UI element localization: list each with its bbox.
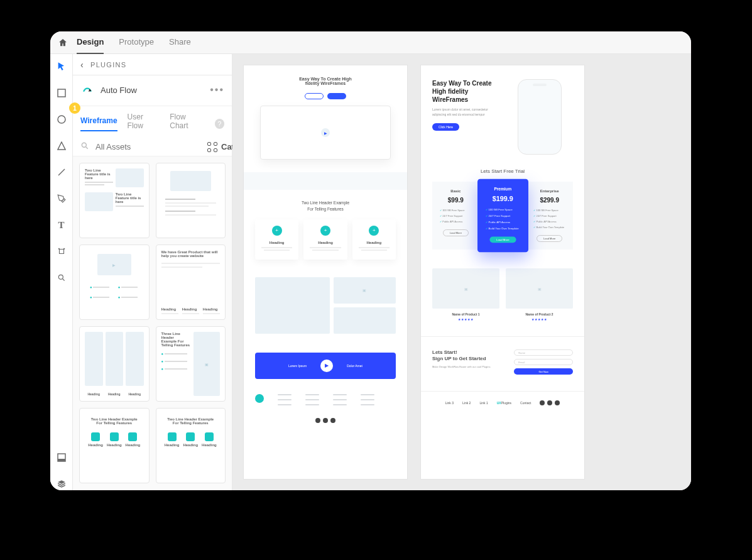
home-icon[interactable] [55, 35, 70, 50]
plugin-more-icon[interactable]: ••• [210, 84, 224, 96]
signup-button[interactable]: Get Now [514, 368, 573, 375]
svg-rect-0 [58, 89, 65, 97]
image-placeholder: ▣ [432, 268, 499, 309]
asset-card[interactable]: Two Line Feature title is here Two Line … [79, 163, 150, 238]
pricing-table: Basic $99.9 100 GB Free Space 24/7 Free … [421, 182, 584, 262]
tool-polygon[interactable] [55, 140, 68, 152]
feature-card[interactable]: +Heading [255, 219, 298, 260]
help-icon[interactable]: ? [215, 119, 224, 129]
phone-mockup [518, 79, 562, 155]
tab-design[interactable]: Design [77, 31, 104, 54]
signup-section: Lets Start!Sign UP to Get Started Make D… [421, 336, 584, 391]
tool-zoom[interactable] [55, 272, 68, 284]
svg-rect-7 [58, 459, 65, 461]
plugin-subtabs: Wireframe User Flow Flow Chart ? [73, 106, 232, 135]
subtab-user-flow[interactable]: User Flow [128, 113, 160, 135]
hero-subtitle: Lorem ipsum dolor sit amet, consectetur … [432, 107, 499, 117]
app-topbar: Design Prototype Share [50, 31, 691, 54]
svg-line-3 [58, 169, 65, 175]
pill-button-filled[interactable] [327, 93, 346, 99]
tab-prototype[interactable]: Prototype [119, 31, 154, 54]
product-card[interactable]: ▣ Name of Product 2 ★★★★★ [506, 268, 573, 321]
plan-button[interactable]: Load More [537, 235, 562, 242]
subtab-wireframe[interactable]: Wireframe [80, 116, 117, 131]
tool-text[interactable]: T [55, 219, 68, 231]
social-icons [244, 418, 407, 433]
image-placeholder[interactable]: ▣ [334, 277, 396, 304]
tab-share[interactable]: Share [169, 31, 191, 54]
tool-line[interactable] [55, 166, 68, 178]
hero-cta-button[interactable]: Click Here [432, 123, 459, 131]
image-placeholder[interactable] [334, 307, 396, 334]
tool-assets[interactable] [55, 451, 68, 464]
asset-grid: Two Line Feature title is here Two Line … [73, 156, 232, 490]
asset-search-row: Categories [73, 135, 232, 156]
pricing-card-basic[interactable]: Basic $99.9 100 GB Free Space 24/7 Free … [432, 182, 479, 250]
plus-icon: + [320, 226, 330, 236]
asset-card[interactable] [156, 163, 226, 238]
plugin-logo-icon [80, 83, 94, 97]
design-canvas[interactable]: Easy Way To Create High fidelity WireFra… [232, 54, 691, 490]
svg-marker-2 [58, 142, 65, 150]
tool-rectangle[interactable] [55, 87, 68, 99]
subtab-flow-chart[interactable]: Flow Chart [170, 113, 204, 135]
asset-search-input[interactable] [95, 142, 201, 151]
asset-card[interactable]: Heading Heading Heading [79, 326, 150, 402]
tool-select[interactable] [55, 60, 68, 73]
svg-point-8 [82, 143, 86, 147]
footer-link[interactable]: Link 3 [445, 401, 454, 405]
feature-card[interactable]: +Heading [352, 219, 396, 260]
brand-icon [255, 394, 264, 403]
plugin-panel: ‹ PLUGINS Auto Flow ••• 1 Wireframe User… [73, 54, 232, 490]
tool-layers[interactable] [55, 478, 68, 490]
asset-card[interactable]: We have Great Product that will help you… [156, 244, 226, 320]
footer-link[interactable]: Link 2 [462, 401, 471, 405]
artboard-1[interactable]: Easy Way To Create High fidelity WireFra… [244, 65, 407, 479]
asset-card[interactable]: ▶ ● ● ● ● [79, 244, 150, 320]
video-placeholder[interactable]: ▶ [260, 106, 391, 160]
asset-title: Two Line Feature title is here [116, 192, 141, 204]
svg-line-9 [86, 147, 88, 149]
plan-button[interactable]: Load More [489, 236, 516, 243]
feature-card[interactable]: +Heading [303, 219, 347, 260]
product-card[interactable]: ▣ Name of Product 1 ★★★★★ [432, 268, 499, 321]
asset-card[interactable]: Two Line Header Example For Telling Feat… [156, 408, 226, 483]
tool-pen[interactable] [55, 192, 68, 205]
asset-card[interactable]: Two Line Header Example For Telling Feat… [79, 408, 150, 483]
star-rating: ★★★★★ [506, 317, 573, 321]
asset-title: Two Line Header Example For Telling Feat… [89, 417, 140, 425]
tool-ellipse[interactable] [55, 113, 68, 126]
artboard-2[interactable]: Easy Way To Create High fidelity WireFra… [421, 65, 584, 479]
hero-title: Easy Way To Create High fidelity WireFra… [244, 77, 407, 85]
section-title: Two Line Header Example For Telling Feat… [244, 190, 407, 219]
asset-title: Three Line Header Example For Telling Fe… [161, 332, 190, 347]
name-field[interactable]: Name [514, 349, 573, 356]
plugin-name: Auto Flow [101, 85, 204, 95]
plan-button[interactable]: Load More [443, 229, 469, 236]
image-placeholder[interactable] [255, 277, 330, 334]
image-gallery: ▣ [244, 271, 407, 346]
email-field[interactable]: Email [514, 359, 573, 365]
svg-point-1 [58, 116, 65, 123]
image-placeholder: ▣ [506, 268, 573, 309]
play-icon: ▶ [320, 360, 333, 372]
star-rating: ★★★★★ [432, 317, 499, 321]
footer-link[interactable]: Link 1 [479, 401, 488, 405]
pill-button-outline[interactable] [305, 93, 324, 99]
footer-link[interactable]: Contact [520, 401, 531, 405]
asset-card[interactable]: Three Line Header Example For Telling Fe… [156, 326, 226, 402]
pricing-card-enterprise[interactable]: Enterprise $299.9 100 GB Free Space 24/7… [526, 182, 573, 250]
brand-logo: UXPlugins [497, 401, 511, 405]
play-icon: ▶ [321, 128, 330, 137]
plus-icon: + [369, 226, 379, 236]
pricing-card-premium[interactable]: Premium $199.9 100 GB Free Space 24/7 Fr… [477, 179, 528, 253]
panel-back[interactable]: ‹ PLUGINS [73, 54, 232, 75]
product-row: ▣ Name of Product 1 ★★★★★ ▣ Name of Prod… [421, 262, 584, 336]
tool-artboard[interactable] [55, 245, 68, 258]
plus-icon: + [272, 226, 282, 236]
search-icon [80, 141, 89, 152]
tool-strip: T [50, 54, 73, 490]
cta-banner[interactable]: Lorem Ipsum ▶ Dolor Amet [255, 353, 396, 379]
svg-point-4 [58, 275, 63, 279]
footer: Link 3 Link 2 Link 1 UXPlugins Contact [421, 391, 584, 414]
